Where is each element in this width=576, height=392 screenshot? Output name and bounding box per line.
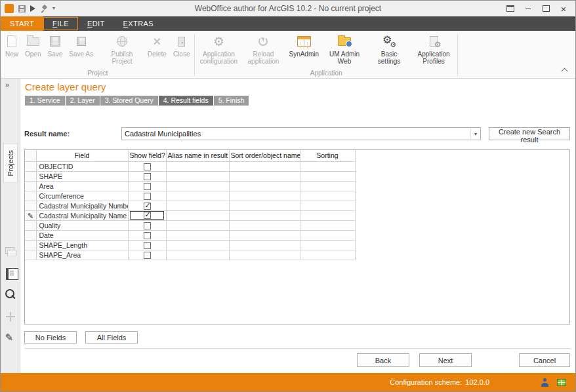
close-project-button[interactable]: Close [170,33,194,58]
alias-cell[interactable] [166,220,229,230]
show-field-checkbox[interactable] [144,222,151,229]
sorting-cell[interactable] [300,210,355,220]
show-field-checkbox[interactable] [144,173,151,180]
wizard-step-finish[interactable]: 5. Finish [214,96,249,106]
close-window-icon[interactable] [556,3,571,14]
pan-panel-icon[interactable] [3,309,18,324]
row-selector-cell[interactable] [25,220,36,230]
row-selector-cell[interactable] [25,191,36,201]
sort-order-cell[interactable] [229,250,300,260]
layers-panel-icon[interactable] [3,245,18,259]
search-panel-icon[interactable] [3,288,18,302]
sort-order-cell[interactable] [229,240,300,250]
show-field-checkbox[interactable] [144,163,151,170]
row-selector-cell[interactable] [25,161,36,171]
sorting-cell[interactable] [300,250,355,260]
legend-panel-icon[interactable] [3,266,18,281]
row-selector-cell[interactable] [25,171,36,181]
alias-cell[interactable] [166,201,229,210]
alias-cell[interactable] [166,161,229,171]
alias-cell[interactable] [166,191,229,201]
ribbon-options-icon[interactable] [503,3,518,14]
alias-cell[interactable] [166,230,229,240]
sort-order-cell[interactable] [229,201,300,210]
field-name-cell[interactable]: SHAPE [36,171,128,181]
wizard-step-stored-query[interactable]: 3. Stored Query [100,96,158,106]
wizard-step-layer[interactable]: 2. Layer [66,96,100,106]
connection-status-icon[interactable] [557,379,566,386]
pin-icon[interactable] [40,5,48,13]
field-name-cell[interactable]: Circumference [36,191,128,201]
synadmin-button[interactable]: SynAdmin [285,33,322,58]
no-fields-button[interactable]: No Fields [24,331,77,343]
show-field-checkbox[interactable] [144,252,151,259]
app-logo-icon[interactable] [5,4,14,13]
application-profiles-button[interactable]: Application Profiles [411,33,456,65]
save-as-button[interactable]: Save As [66,33,96,58]
projects-vertical-tab[interactable]: Projects [3,144,18,183]
show-field-checkbox[interactable] [144,183,151,190]
menu-tab-extras[interactable]: EXTRAS [114,16,163,31]
sort-order-cell[interactable] [229,191,300,201]
show-field-checkbox[interactable] [144,212,151,219]
open-button[interactable]: Open [22,33,44,58]
menu-tab-edit[interactable]: EDIT [78,16,114,31]
row-selector-cell[interactable] [25,181,36,191]
alias-cell[interactable] [166,210,229,220]
sort-order-cell[interactable] [229,230,300,240]
row-selector-cell[interactable] [25,230,36,240]
menu-tab-file[interactable]: FILE [43,17,78,30]
row-selector-cell[interactable] [25,210,36,220]
field-name-cell[interactable]: Quality [36,220,128,230]
sort-order-cell[interactable] [229,161,300,171]
save-button[interactable]: Save [44,33,66,58]
wizard-step-result-fields[interactable]: 4. Result fields [159,96,213,106]
edit-panel-icon[interactable] [3,331,18,345]
sort-order-cell[interactable] [229,171,300,181]
sorting-cell[interactable] [300,161,355,171]
show-field-checkbox[interactable] [144,193,151,200]
basic-settings-button[interactable]: Basic settings [367,33,411,65]
quick-run-icon[interactable] [30,5,35,12]
chevron-down-icon[interactable]: ▾ [470,128,480,140]
show-field-checkbox[interactable] [144,203,151,210]
expand-sidebar-button[interactable]: » [1,79,9,88]
all-fields-button[interactable]: All Fields [85,331,138,343]
row-selector-cell[interactable] [25,240,36,250]
cancel-button[interactable]: Cancel [519,353,570,367]
sort-order-cell[interactable] [229,220,300,230]
sort-order-cell[interactable] [229,181,300,191]
wizard-step-service[interactable]: 1. Service [25,96,65,106]
field-name-cell[interactable]: Date [36,230,128,240]
user-status-icon[interactable] [541,378,549,387]
create-new-search-result-button[interactable]: Create new Search result [489,127,570,140]
sorting-cell[interactable] [300,191,355,201]
row-selector-cell[interactable] [25,201,36,210]
menu-tab-start[interactable]: START [1,16,43,31]
sorting-cell[interactable] [300,230,355,240]
delete-button[interactable]: Delete [144,33,170,58]
alias-cell[interactable] [166,240,229,250]
field-name-cell[interactable]: Cadastral Municipality Name [36,210,128,220]
field-name-cell[interactable]: SHAPE_Area [36,250,128,260]
sorting-cell[interactable] [300,171,355,181]
new-button[interactable]: New [2,33,22,58]
sorting-cell[interactable] [300,240,355,250]
qat-dropdown-icon[interactable]: ▾ [52,6,55,11]
result-name-input[interactable] [122,128,470,140]
quick-save-icon[interactable] [18,5,26,12]
alias-cell[interactable] [166,250,229,260]
sorting-cell[interactable] [300,220,355,230]
sorting-cell[interactable] [300,201,355,210]
sorting-cell[interactable] [300,181,355,191]
field-name-cell[interactable]: OBJECTID [36,161,128,171]
um-admin-web-button[interactable]: UM Admin Web [322,33,367,65]
field-name-cell[interactable]: SHAPE_Length [36,240,128,250]
alias-cell[interactable] [166,171,229,181]
collapse-ribbon-button[interactable] [562,67,567,73]
back-button[interactable]: Back [357,353,409,367]
application-configuration-button[interactable]: Application configuration [196,33,241,65]
publish-project-button[interactable]: Publish Project [100,33,144,65]
reload-application-button[interactable]: Reload application [241,33,285,65]
maximize-icon[interactable] [538,3,554,14]
